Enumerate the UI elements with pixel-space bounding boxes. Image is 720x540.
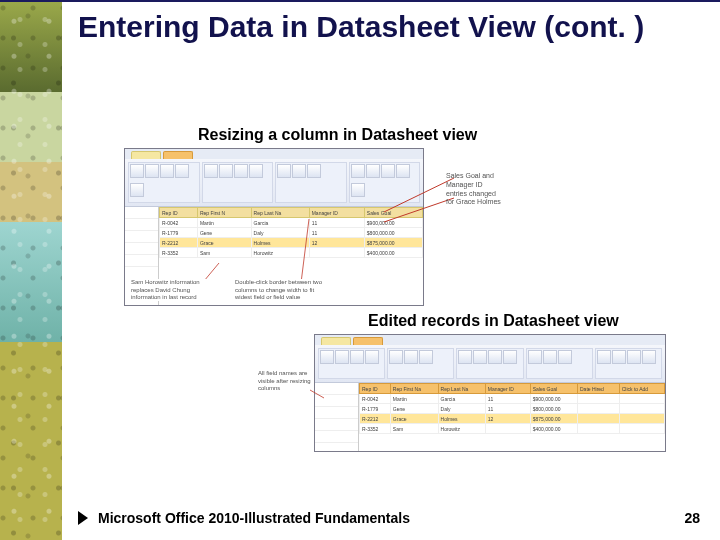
figure2: Rep IDRep First NaRep Last Na Manager ID… (314, 334, 666, 452)
footer-text: Microsoft Office 2010-Illustrated Fundam… (98, 510, 410, 526)
fig2-tabstrip (315, 335, 665, 345)
fig1-callout-left: Sam Horowitz information replaces David … (131, 279, 221, 301)
fig1-tabstrip (125, 149, 423, 159)
arrow-right-icon (78, 511, 88, 525)
decorative-sidebar (0, 2, 62, 540)
fig2-table: Rep IDRep First NaRep Last Na Manager ID… (359, 383, 665, 434)
slide: Entering Data in Datasheet View (cont. )… (0, 0, 720, 540)
page-number: 28 (684, 510, 700, 526)
figure1-caption: Resizing a column in Datasheet view (198, 126, 477, 144)
fig1-ribbon (125, 159, 423, 207)
figure2-caption: Edited records in Datasheet view (368, 312, 619, 330)
slide-footer: Microsoft Office 2010-Illustrated Fundam… (78, 510, 700, 526)
fig1-callout-right: Double-click border between two columns … (235, 279, 325, 301)
fig1-table: Rep ID Rep First N Rep Last Na Manager I… (159, 207, 423, 258)
figure1: Rep ID Rep First N Rep Last Na Manager I… (124, 148, 424, 306)
fig2-datasheet: Rep IDRep First NaRep Last Na Manager ID… (315, 383, 665, 451)
fig2-callout-left: All field names are visible after resizi… (258, 370, 312, 393)
slide-title: Entering Data in Datasheet View (cont. ) (78, 10, 678, 45)
fig1-side-callout: Sales Goal and Manager ID entries change… (446, 172, 504, 207)
fig2-ribbon (315, 345, 665, 383)
